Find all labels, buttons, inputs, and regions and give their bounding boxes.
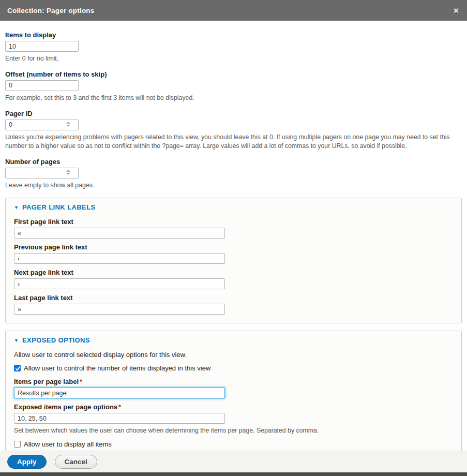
cancel-button[interactable]: Cancel: [55, 455, 97, 469]
legend-text: EXPOSED OPTIONS: [22, 336, 90, 344]
field-items-per-page-label: Items per page label* Results per page: [14, 378, 453, 398]
field-last-page-link-text: Last page link text: [14, 294, 453, 315]
close-icon[interactable]: ×: [454, 6, 459, 15]
collapse-arrow-icon: ▼: [14, 205, 19, 210]
pager-id-description: Unless you're experiencing problems with…: [5, 133, 462, 152]
number-of-pages-label: Number of pages: [5, 158, 462, 166]
field-number-of-pages: Number of pages Leave empty to show all …: [5, 158, 462, 190]
items-to-display-description: Enter 0 for no limit.: [5, 54, 462, 64]
items-per-page-input[interactable]: Results per page: [14, 388, 225, 398]
required-asterisk: *: [80, 378, 82, 385]
previous-page-link-input[interactable]: [14, 253, 225, 264]
required-asterisk: *: [118, 403, 121, 411]
field-previous-page-link-text: Previous page link text: [14, 243, 453, 264]
exposed-items-options-description: Set between which values the user can ch…: [14, 426, 453, 436]
last-page-link-label: Last page link text: [14, 294, 453, 302]
exposed-options-intro: Allow user to control selected display o…: [14, 351, 453, 359]
page-bottom-bar: [0, 472, 467, 476]
number-of-pages-description: Leave empty to show all pages.: [5, 181, 462, 190]
items-to-display-label: Items to display: [5, 31, 462, 39]
items-to-display-input[interactable]: [5, 41, 79, 52]
offset-description: For example, set this to 3 and the first…: [5, 94, 462, 103]
field-offset: Offset (number of items to skip) For exa…: [5, 70, 462, 103]
number-spinner-icon[interactable]: [66, 122, 70, 127]
last-page-link-input[interactable]: [14, 304, 225, 315]
fieldset-pager-link-labels: ▼ PAGER LINK LABELS First page link text…: [5, 198, 462, 323]
checkbox-row-control-items[interactable]: Allow user to control the number of item…: [14, 364, 453, 372]
offset-input[interactable]: [5, 80, 79, 91]
exposed-items-options-input[interactable]: [14, 413, 225, 424]
dialog-title: Collection: Pager options: [7, 7, 95, 14]
field-first-page-link-text: First page link text: [14, 218, 453, 239]
field-pager-id: Pager ID Unless you're experiencing prob…: [5, 110, 462, 152]
collapse-arrow-icon: ▼: [14, 338, 19, 343]
first-page-link-input[interactable]: [14, 228, 225, 239]
checkbox-label: Allow user to control the number of item…: [24, 364, 210, 372]
first-page-link-label: First page link text: [14, 218, 453, 226]
checkbox-label: Allow user to display all items: [24, 440, 112, 448]
previous-page-link-label: Previous page link text: [14, 243, 453, 251]
dialog-footer: Apply Cancel: [0, 451, 467, 472]
checkbox-display-all[interactable]: [14, 441, 21, 448]
apply-button[interactable]: Apply: [7, 455, 47, 469]
next-page-link-input[interactable]: [14, 278, 225, 289]
items-per-page-label: Items per page label*: [14, 378, 453, 385]
dialog-header: Collection: Pager options ×: [0, 0, 467, 21]
field-items-to-display: Items to display Enter 0 for no limit.: [5, 31, 462, 64]
offset-label: Offset (number of items to skip): [5, 70, 462, 78]
pager-link-labels-legend[interactable]: ▼ PAGER LINK LABELS: [14, 203, 453, 211]
legend-text: PAGER LINK LABELS: [22, 203, 96, 211]
exposed-options-legend[interactable]: ▼ EXPOSED OPTIONS: [14, 336, 453, 344]
text-caret: [67, 390, 67, 396]
checkbox-control-items[interactable]: [14, 365, 21, 371]
exposed-items-options-label: Exposed items per page options*: [14, 403, 453, 411]
number-spinner-icon[interactable]: [66, 170, 70, 175]
checkbox-row-display-all[interactable]: Allow user to display all items: [14, 440, 453, 448]
field-next-page-link-text: Next page link text: [14, 269, 453, 289]
field-exposed-items-options: Exposed items per page options* Set betw…: [14, 403, 453, 436]
pager-id-label: Pager ID: [5, 110, 462, 117]
dialog-body: Items to display Enter 0 for no limit. O…: [0, 21, 467, 476]
next-page-link-label: Next page link text: [14, 269, 453, 276]
